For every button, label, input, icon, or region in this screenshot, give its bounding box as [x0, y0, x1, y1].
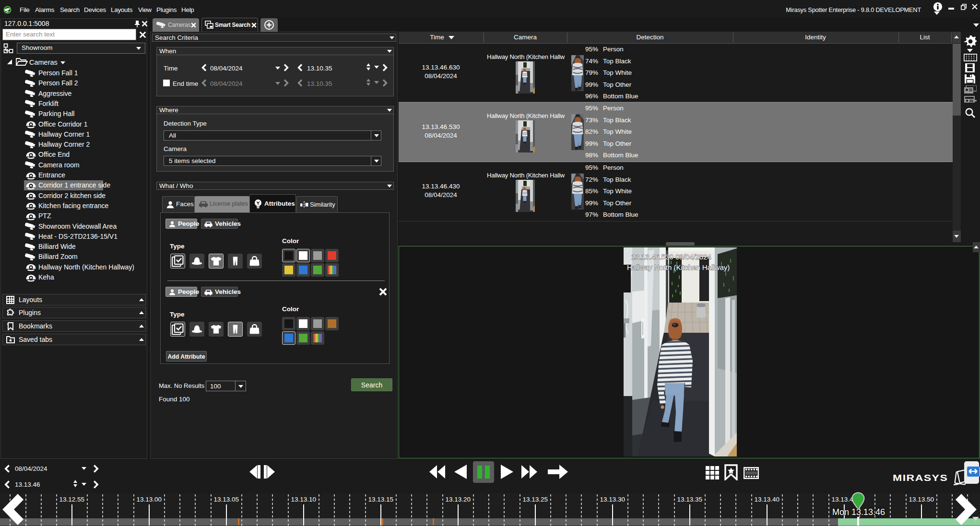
- svg-text:13.13.46.530 08/04/2024: 13.13.46.530 08/04/2024: [631, 253, 711, 261]
- svg-text:Hallway North (Kitchen Hallway: Hallway North (Kitchen Hallway): [627, 263, 730, 271]
